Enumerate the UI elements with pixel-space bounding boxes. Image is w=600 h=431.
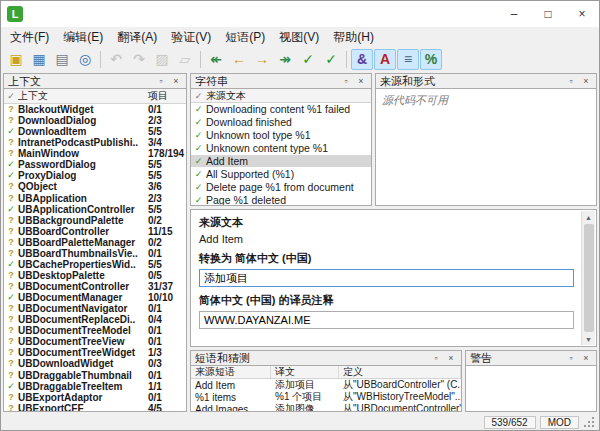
menu-item-3[interactable]: 验证(V) bbox=[164, 27, 218, 48]
translator-notes-input[interactable] bbox=[199, 311, 574, 329]
minimize-button[interactable]: – bbox=[497, 1, 531, 27]
scroll-down-icon[interactable]: ▼ bbox=[582, 333, 595, 345]
context-row[interactable]: ✓UBDraggableTreeItem1/1 bbox=[4, 381, 186, 392]
source-phrase-column-header: 来源短语 bbox=[191, 366, 271, 378]
phrase-row[interactable]: Add Item添加项目从"UBBoardController" (C... bbox=[191, 379, 461, 391]
warnings-panel: 警告 ▫ × bbox=[465, 350, 597, 412]
context-row[interactable]: ?IntranetPodcastPublishi..3/4 bbox=[4, 137, 186, 148]
menu-item-6[interactable]: 帮助(H) bbox=[326, 27, 381, 48]
phrases-list-header[interactable]: 来源短语 译文 定义 bbox=[191, 366, 461, 379]
float-panel-icon[interactable]: ▫ bbox=[155, 75, 167, 87]
prev-unfinished-icon[interactable]: ↞ bbox=[205, 49, 227, 70]
string-row[interactable]: ✓Unknown tool type %1 bbox=[191, 129, 371, 142]
context-row[interactable]: ?UBDocumentTreeModel0/1 bbox=[4, 325, 186, 336]
maximize-button[interactable]: □ bbox=[531, 1, 565, 27]
context-row[interactable]: ?UBDraggableThumbnail0/1 bbox=[4, 370, 186, 381]
done-and-save-icon[interactable]: ✓ bbox=[320, 49, 342, 70]
context-row[interactable]: ✓UBApplicationController5/5 bbox=[4, 204, 186, 215]
context-row[interactable]: ?UBDocumentController31/37 bbox=[4, 281, 186, 292]
menu-item-4[interactable]: 短语(P) bbox=[218, 27, 272, 48]
bottom-row: 短语和猜测 ▫ × 来源短语 译文 定义 Add Item添加项目从"UBBoa… bbox=[190, 350, 597, 412]
string-row[interactable]: ✓All Supported (%1) bbox=[191, 167, 371, 180]
context-row[interactable]: ?UBDocumentTreeWidget1/3 bbox=[4, 347, 186, 358]
items-column-header: 项目 bbox=[148, 89, 186, 103]
unfinished-icon: ? bbox=[4, 314, 18, 325]
string-row[interactable]: ✓Downloading content %1 failed bbox=[191, 103, 371, 116]
resize-grip[interactable] bbox=[583, 416, 595, 428]
phrase-row[interactable]: Add Images添加图像从"UBDocumentController"... bbox=[191, 403, 461, 412]
string-row[interactable]: ✓Add Item bbox=[191, 155, 371, 168]
save-icon[interactable]: ▦ bbox=[28, 49, 50, 70]
close-panel-icon[interactable]: × bbox=[445, 352, 457, 364]
context-row[interactable]: ✓PasswordDialog5/5 bbox=[4, 159, 186, 170]
context-row[interactable]: ?UBBoardPaletteManager0/2 bbox=[4, 237, 186, 248]
menu-item-1[interactable]: 编辑(E) bbox=[56, 27, 110, 48]
toggle-accelerators-icon[interactable]: & bbox=[351, 49, 373, 70]
done-check-icon: ✓ bbox=[191, 182, 206, 192]
close-panel-icon[interactable]: × bbox=[355, 75, 367, 87]
done-and-next-icon[interactable]: ✓ bbox=[297, 49, 319, 70]
prev-item-icon[interactable]: ← bbox=[228, 49, 250, 70]
scroll-up-icon[interactable]: ▲ bbox=[582, 211, 595, 223]
strings-list-header[interactable]: ✓ 来源文本 bbox=[191, 89, 371, 103]
phrases-panel-titlebar: 短语和猜测 ▫ × bbox=[190, 350, 462, 366]
context-row[interactable]: ✓ProxyDialog5/5 bbox=[4, 170, 186, 181]
scrollbar-thumb[interactable] bbox=[584, 224, 594, 332]
context-row[interactable]: ✓UBDocumentManager10/10 bbox=[4, 292, 186, 303]
context-row[interactable]: ?UBDocumentNavigator0/1 bbox=[4, 303, 186, 314]
context-row[interactable]: ?MainWindow178/194 bbox=[4, 148, 186, 159]
context-row[interactable]: ?UBBoardController11/15 bbox=[4, 226, 186, 237]
context-row[interactable]: ?UBBoardThumbnailsVie..0/1 bbox=[4, 248, 186, 259]
unfinished-icon: ? bbox=[4, 347, 18, 358]
editor-scrollbar[interactable]: ▲ ▼ bbox=[581, 211, 595, 345]
context-row[interactable]: ?BlackoutWidget0/1 bbox=[4, 104, 186, 115]
context-row[interactable]: ?DownloadDialog2/3 bbox=[4, 115, 186, 126]
float-panel-icon[interactable]: ▫ bbox=[430, 352, 442, 364]
context-item-count: 5/5 bbox=[148, 126, 186, 137]
close-button[interactable]: × bbox=[565, 1, 599, 27]
menu-item-0[interactable]: 文件(F) bbox=[3, 27, 56, 48]
find-icon[interactable]: ◎ bbox=[74, 49, 96, 70]
float-panel-icon[interactable]: ▫ bbox=[565, 352, 577, 364]
print-icon[interactable]: ▤ bbox=[51, 49, 73, 70]
context-row[interactable]: ✓UBCachePropertiesWid..5/5 bbox=[4, 259, 186, 270]
context-item-count: 0/1 bbox=[148, 104, 186, 115]
string-row[interactable]: ✓Unknown content type %1 bbox=[191, 142, 371, 155]
context-row[interactable]: ?QObject3/6 bbox=[4, 181, 186, 192]
strings-panel-title: 字符串 bbox=[195, 74, 228, 89]
close-panel-icon[interactable]: × bbox=[580, 352, 592, 364]
phrase-row[interactable]: %1 items%1 个项目从"WBHistoryTreeModel"... bbox=[191, 391, 461, 403]
context-row[interactable]: ?UBExportCFF4/5 bbox=[4, 403, 186, 411]
next-unfinished-icon[interactable]: ↠ bbox=[274, 49, 296, 70]
context-item-count: 31/37 bbox=[148, 281, 186, 292]
toggle-placemarkers-icon[interactable]: % bbox=[420, 49, 442, 70]
open-file-icon[interactable]: ▣ bbox=[5, 49, 27, 70]
string-row[interactable]: ✓Delete page %1 from document bbox=[191, 180, 371, 193]
context-row[interactable]: ?UBDocumentReplaceDi..0/4 bbox=[4, 314, 186, 325]
context-row[interactable]: ?UBApplication2/3 bbox=[4, 193, 186, 204]
menu-item-2[interactable]: 翻译(A) bbox=[110, 27, 164, 48]
string-row[interactable]: ✓Download finished bbox=[191, 116, 371, 129]
close-panel-icon[interactable]: × bbox=[580, 75, 592, 87]
context-row[interactable]: ?UBExportAdaptor0/1 bbox=[4, 392, 186, 403]
context-row[interactable]: ?UBDownloadWidget0/3 bbox=[4, 358, 186, 369]
context-row[interactable]: ?UBBackgroundPalette0/2 bbox=[4, 215, 186, 226]
float-panel-icon[interactable]: ▫ bbox=[565, 75, 577, 87]
context-row[interactable]: ?UBDocumentTreeView0/1 bbox=[4, 336, 186, 347]
context-list-header[interactable]: ✓ 上下文 项目 bbox=[4, 89, 186, 104]
float-panel-icon[interactable]: ▫ bbox=[340, 75, 352, 87]
source-string: Delete page %1 from document bbox=[206, 181, 371, 193]
strings-list: ✓Downloading content %1 failed✓Download … bbox=[191, 103, 371, 206]
translation-input[interactable] bbox=[199, 269, 574, 287]
string-row[interactable]: ✓Page %1 deleted bbox=[191, 193, 371, 206]
menu-item-5[interactable]: 视图(V) bbox=[272, 27, 326, 48]
close-panel-icon[interactable]: × bbox=[170, 75, 182, 87]
sources-panel-body: 源代码不可用 bbox=[375, 89, 597, 206]
toggle-punctuation-icon[interactable]: A bbox=[374, 49, 396, 70]
next-item-icon[interactable]: → bbox=[251, 49, 273, 70]
source-unavailable-message: 源代码不可用 bbox=[376, 89, 596, 112]
context-row[interactable]: ?UBDesktopPalette0/5 bbox=[4, 270, 186, 281]
translation-label: 转换为 简体中文 (中国) bbox=[199, 251, 574, 266]
context-row[interactable]: ✓DownloadItem5/5 bbox=[4, 126, 186, 137]
toggle-phrases-icon[interactable]: ≡ bbox=[397, 49, 419, 70]
